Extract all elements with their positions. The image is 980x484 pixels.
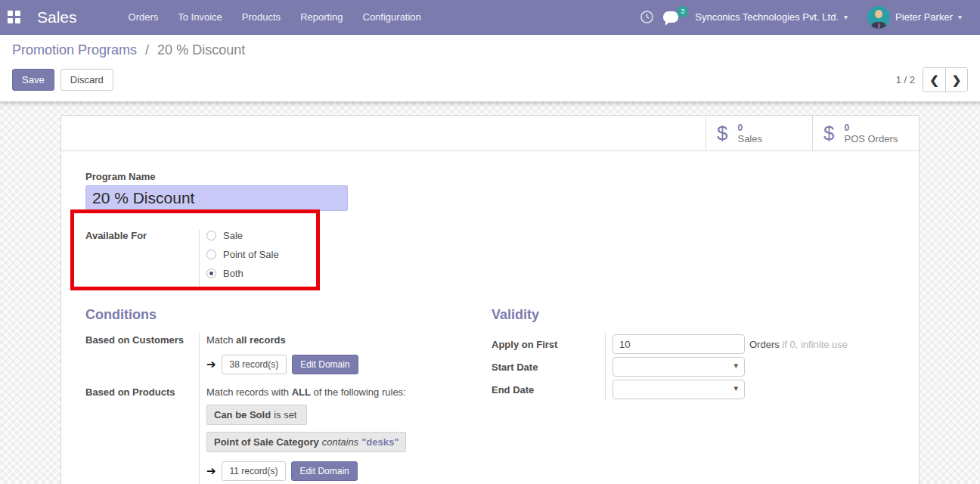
control-panel: Promotion Programs / 20 % Discount Save … xyxy=(0,35,980,102)
conditions-section: Conditions Based on Customers Match all … xyxy=(85,307,492,484)
domain-rule-chip: Can be Soldis set xyxy=(206,405,307,425)
start-date-input[interactable]: ▾ xyxy=(612,357,745,377)
breadcrumb: Promotion Programs / 20 % Discount xyxy=(12,42,968,58)
available-for-group: Available For Sale Point of Sale Both xyxy=(85,230,380,287)
breadcrumb-current: 20 % Discount xyxy=(157,42,245,57)
dollar-icon: $ xyxy=(823,123,834,143)
validity-title: Validity xyxy=(492,307,901,323)
app-brand[interactable]: Sales xyxy=(37,8,77,26)
apply-on-first-suffix: Orders if 0, infinite use xyxy=(749,339,848,350)
radio-option-sale[interactable]: Sale xyxy=(206,230,380,241)
breadcrumb-parent-link[interactable]: Promotion Programs xyxy=(12,42,137,57)
dollar-icon: $ xyxy=(717,123,727,143)
user-name: Pieter Parker xyxy=(895,11,953,23)
pager-next-button[interactable]: ❯ xyxy=(945,68,967,92)
available-for-label: Available For xyxy=(85,230,199,287)
form-view-background: $ 0 Sales $ 0 POS Orders Program Name Av… xyxy=(0,102,980,484)
stat-value: 0 xyxy=(844,123,898,133)
products-edit-domain-button[interactable]: Edit Domain xyxy=(291,461,357,481)
company-name: Synconics Technologies Pvt. Ltd. xyxy=(695,11,839,23)
top-navbar: Sales Orders To Invoice Products Reporti… xyxy=(0,0,980,35)
nav-item-configuration[interactable]: Configuration xyxy=(354,1,430,33)
radio-icon[interactable] xyxy=(206,250,216,259)
stat-button-row: $ 0 Sales $ 0 POS Orders xyxy=(61,116,919,151)
pager-count: 1 / 2 xyxy=(896,74,915,85)
arrow-right-icon: ➔ xyxy=(206,358,216,371)
avatar xyxy=(867,6,890,29)
chevron-down-icon: ▾ xyxy=(733,383,738,393)
end-date-label: End Date xyxy=(492,378,605,401)
apps-grid-icon[interactable] xyxy=(8,11,20,23)
nav-item-orders[interactable]: Orders xyxy=(119,1,168,33)
conditions-title: Conditions xyxy=(85,307,492,323)
nav-menu: Orders To Invoice Products Reporting Con… xyxy=(119,1,430,33)
arrow-right-icon: ➔ xyxy=(206,464,216,478)
company-menu[interactable]: Synconics Technologies Pvt. Ltd. ▾ xyxy=(689,11,854,23)
discard-button[interactable]: Discard xyxy=(60,69,113,91)
based-on-customers-label: Based on Customers xyxy=(85,333,199,385)
user-menu[interactable]: Pieter Parker ▾ xyxy=(861,6,968,29)
end-date-input[interactable]: ▾ xyxy=(612,380,745,399)
chevron-down-icon: ▾ xyxy=(844,13,848,21)
chevron-down-icon: ▾ xyxy=(958,13,962,21)
pager: 1 / 2 ❮ ❯ xyxy=(896,67,968,92)
stat-button-pos-orders[interactable]: $ 0 POS Orders xyxy=(812,116,919,150)
customers-records-button[interactable]: 38 record(s) xyxy=(222,355,287,374)
nav-item-to-invoice[interactable]: To Invoice xyxy=(169,1,231,33)
validity-section: Validity Apply on First Orders if 0, inf… xyxy=(492,307,901,484)
breadcrumb-separator: / xyxy=(145,42,149,57)
nav-item-products[interactable]: Products xyxy=(233,1,290,33)
form-sheet: $ 0 Sales $ 0 POS Orders Program Name Av… xyxy=(60,115,920,484)
radio-option-both[interactable]: Both xyxy=(206,268,380,279)
stat-label: Sales xyxy=(737,133,762,144)
radio-icon[interactable] xyxy=(206,231,216,240)
customers-match-text: Match all records xyxy=(206,334,492,346)
customers-edit-domain-button[interactable]: Edit Domain xyxy=(292,355,358,374)
products-records-button[interactable]: 11 record(s) xyxy=(222,461,287,481)
messages-count-badge: 3 xyxy=(677,6,688,17)
program-name-input[interactable] xyxy=(85,185,348,211)
stat-button-sales[interactable]: $ 0 Sales xyxy=(706,116,812,150)
apply-on-first-input[interactable] xyxy=(612,334,745,354)
nav-item-reporting[interactable]: Reporting xyxy=(291,1,352,33)
chevron-down-icon: ▾ xyxy=(733,361,738,371)
pager-previous-button[interactable]: ❮ xyxy=(923,68,945,92)
program-name-label: Program Name xyxy=(85,171,901,182)
radio-icon[interactable] xyxy=(206,268,216,278)
domain-rule-chip: Point of Sale Categorycontains"desks" xyxy=(206,432,406,452)
stat-label: POS Orders xyxy=(844,133,898,144)
messages-icon[interactable]: 3 xyxy=(663,11,681,23)
radio-option-point-of-sale[interactable]: Point of Sale xyxy=(206,249,380,260)
activities-clock-icon[interactable] xyxy=(637,10,656,24)
save-button[interactable]: Save xyxy=(12,69,54,91)
products-match-text: Match records with ALL of the following … xyxy=(206,386,492,398)
based-on-products-label: Based on Products xyxy=(85,385,199,484)
start-date-label: Start Date xyxy=(492,355,605,378)
systray: 3 Synconics Technologies Pvt. Ltd. ▾ Pie… xyxy=(637,6,968,29)
stat-value: 0 xyxy=(737,123,762,133)
apply-on-first-label: Apply on First xyxy=(492,333,605,355)
